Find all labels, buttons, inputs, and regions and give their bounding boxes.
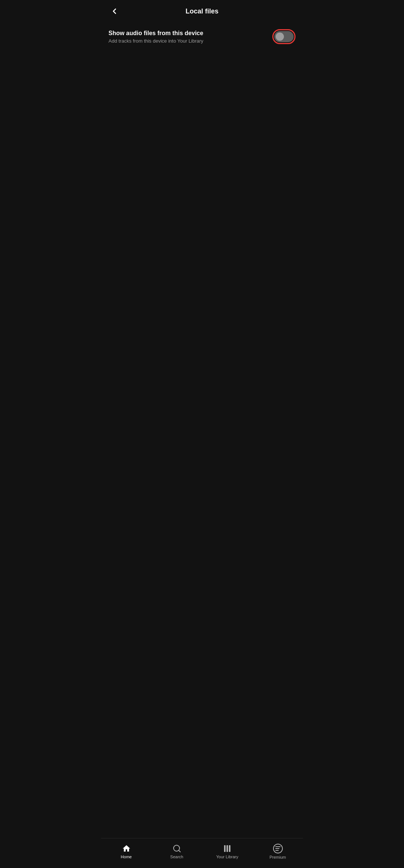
premium-icon xyxy=(273,844,283,853)
svg-rect-2 xyxy=(224,845,226,852)
back-button[interactable] xyxy=(108,5,120,17)
nav-item-premium[interactable]: Premium xyxy=(252,844,303,859)
svg-line-1 xyxy=(178,850,180,852)
setting-subtitle: Add tracks from this device into Your Li… xyxy=(108,38,266,44)
settings-content: Show audio files from this device Add tr… xyxy=(101,22,303,838)
library-icon xyxy=(223,844,232,853)
header: Local files xyxy=(101,0,303,22)
nav-label-library: Your Library xyxy=(216,855,238,859)
svg-rect-3 xyxy=(226,845,228,852)
page-title: Local files xyxy=(186,7,218,15)
nav-label-home: Home xyxy=(121,855,132,859)
nav-item-library[interactable]: Your Library xyxy=(202,844,252,859)
show-audio-files-toggle[interactable] xyxy=(274,31,294,42)
nav-label-search: Search xyxy=(170,855,183,859)
bottom-nav: Home Search Your Library Premium xyxy=(101,838,303,868)
toggle-highlight-box xyxy=(272,29,296,44)
search-icon xyxy=(172,844,181,853)
nav-label-premium: Premium xyxy=(269,855,286,859)
setting-text-block: Show audio files from this device Add tr… xyxy=(108,30,266,44)
toggle-knob xyxy=(276,33,284,41)
svg-rect-4 xyxy=(229,845,230,852)
nav-item-search[interactable]: Search xyxy=(152,844,202,859)
nav-item-home[interactable]: Home xyxy=(101,844,152,859)
setting-title: Show audio files from this device xyxy=(108,30,266,37)
home-icon xyxy=(122,844,131,853)
show-audio-files-row: Show audio files from this device Add tr… xyxy=(101,22,303,51)
